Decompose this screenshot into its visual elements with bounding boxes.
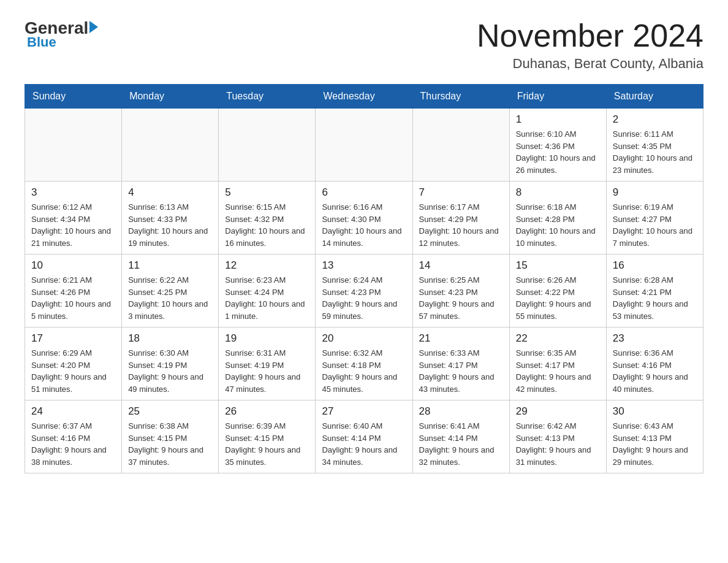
day-number: 22 — [516, 332, 600, 345]
calendar-cell: 17Sunrise: 6:29 AM Sunset: 4:20 PM Dayli… — [25, 327, 122, 400]
calendar-cell: 27Sunrise: 6:40 AM Sunset: 4:14 PM Dayli… — [316, 400, 412, 473]
day-number: 29 — [516, 405, 600, 418]
day-info: Sunrise: 6:23 AM Sunset: 4:24 PM Dayligh… — [225, 274, 309, 322]
calendar-cell — [219, 109, 316, 182]
week-row-2: 3Sunrise: 6:12 AM Sunset: 4:34 PM Daylig… — [25, 182, 703, 255]
weekday-header-friday: Friday — [509, 85, 606, 109]
calendar-cell — [316, 109, 412, 182]
day-number: 24 — [31, 405, 115, 418]
calendar-table: SundayMondayTuesdayWednesdayThursdayFrid… — [25, 84, 703, 473]
day-number: 21 — [419, 332, 503, 345]
calendar-cell: 26Sunrise: 6:39 AM Sunset: 4:15 PM Dayli… — [219, 400, 316, 473]
calendar-cell: 29Sunrise: 6:42 AM Sunset: 4:13 PM Dayli… — [509, 400, 606, 473]
calendar-cell: 13Sunrise: 6:24 AM Sunset: 4:23 PM Dayli… — [316, 255, 412, 327]
calendar-cell: 20Sunrise: 6:32 AM Sunset: 4:18 PM Dayli… — [316, 327, 412, 400]
day-info: Sunrise: 6:10 AM Sunset: 4:36 PM Dayligh… — [516, 128, 600, 176]
day-info: Sunrise: 6:19 AM Sunset: 4:27 PM Dayligh… — [613, 201, 697, 249]
day-number: 17 — [31, 332, 115, 345]
day-number: 8 — [516, 186, 600, 199]
calendar-cell: 3Sunrise: 6:12 AM Sunset: 4:34 PM Daylig… — [25, 182, 122, 255]
day-number: 4 — [128, 186, 212, 199]
weekday-header-saturday: Saturday — [606, 85, 703, 109]
day-info: Sunrise: 6:18 AM Sunset: 4:28 PM Dayligh… — [516, 201, 600, 249]
day-info: Sunrise: 6:40 AM Sunset: 4:14 PM Dayligh… — [322, 420, 406, 468]
calendar-cell: 16Sunrise: 6:28 AM Sunset: 4:21 PM Dayli… — [606, 255, 703, 327]
day-info: Sunrise: 6:29 AM Sunset: 4:20 PM Dayligh… — [31, 347, 115, 395]
day-number: 16 — [613, 259, 697, 272]
day-info: Sunrise: 6:15 AM Sunset: 4:32 PM Dayligh… — [225, 201, 309, 249]
calendar-cell — [122, 109, 219, 182]
day-number: 11 — [128, 259, 212, 272]
day-info: Sunrise: 6:32 AM Sunset: 4:18 PM Dayligh… — [322, 347, 406, 395]
day-number: 1 — [516, 113, 600, 126]
day-number: 7 — [419, 186, 503, 199]
day-info: Sunrise: 6:42 AM Sunset: 4:13 PM Dayligh… — [516, 420, 600, 468]
calendar-cell: 10Sunrise: 6:21 AM Sunset: 4:26 PM Dayli… — [25, 255, 122, 327]
day-number: 19 — [225, 332, 309, 345]
day-number: 10 — [31, 259, 115, 272]
calendar-cell: 6Sunrise: 6:16 AM Sunset: 4:30 PM Daylig… — [316, 182, 412, 255]
calendar-cell: 8Sunrise: 6:18 AM Sunset: 4:28 PM Daylig… — [509, 182, 606, 255]
calendar-cell: 23Sunrise: 6:36 AM Sunset: 4:16 PM Dayli… — [606, 327, 703, 400]
week-row-5: 24Sunrise: 6:37 AM Sunset: 4:16 PM Dayli… — [25, 400, 703, 473]
calendar-cell: 30Sunrise: 6:43 AM Sunset: 4:13 PM Dayli… — [606, 400, 703, 473]
day-info: Sunrise: 6:36 AM Sunset: 4:16 PM Dayligh… — [613, 347, 697, 395]
day-number: 30 — [613, 405, 697, 418]
day-info: Sunrise: 6:28 AM Sunset: 4:21 PM Dayligh… — [613, 274, 697, 322]
day-info: Sunrise: 6:39 AM Sunset: 4:15 PM Dayligh… — [225, 420, 309, 468]
week-row-4: 17Sunrise: 6:29 AM Sunset: 4:20 PM Dayli… — [25, 327, 703, 400]
calendar-cell: 25Sunrise: 6:38 AM Sunset: 4:15 PM Dayli… — [122, 400, 219, 473]
calendar-cell: 28Sunrise: 6:41 AM Sunset: 4:14 PM Dayli… — [412, 400, 509, 473]
calendar-cell: 24Sunrise: 6:37 AM Sunset: 4:16 PM Dayli… — [25, 400, 122, 473]
day-info: Sunrise: 6:43 AM Sunset: 4:13 PM Dayligh… — [613, 420, 697, 468]
weekday-header-row: SundayMondayTuesdayWednesdayThursdayFrid… — [25, 85, 703, 109]
day-info: Sunrise: 6:21 AM Sunset: 4:26 PM Dayligh… — [31, 274, 115, 322]
day-number: 25 — [128, 405, 212, 418]
day-info: Sunrise: 6:11 AM Sunset: 4:35 PM Dayligh… — [613, 128, 697, 176]
page-header: General Blue November 2024 Duhanas, Bera… — [25, 18, 703, 72]
weekday-header-wednesday: Wednesday — [316, 85, 412, 109]
calendar-cell: 4Sunrise: 6:13 AM Sunset: 4:33 PM Daylig… — [122, 182, 219, 255]
day-info: Sunrise: 6:35 AM Sunset: 4:17 PM Dayligh… — [516, 347, 600, 395]
day-info: Sunrise: 6:31 AM Sunset: 4:19 PM Dayligh… — [225, 347, 309, 395]
weekday-header-tuesday: Tuesday — [219, 85, 316, 109]
day-number: 9 — [613, 186, 697, 199]
day-info: Sunrise: 6:16 AM Sunset: 4:30 PM Dayligh… — [322, 201, 406, 249]
calendar-cell: 5Sunrise: 6:15 AM Sunset: 4:32 PM Daylig… — [219, 182, 316, 255]
day-info: Sunrise: 6:26 AM Sunset: 4:22 PM Dayligh… — [516, 274, 600, 322]
day-info: Sunrise: 6:13 AM Sunset: 4:33 PM Dayligh… — [128, 201, 212, 249]
calendar-cell — [25, 109, 122, 182]
day-info: Sunrise: 6:24 AM Sunset: 4:23 PM Dayligh… — [322, 274, 406, 322]
day-info: Sunrise: 6:33 AM Sunset: 4:17 PM Dayligh… — [419, 347, 503, 395]
day-number: 23 — [613, 332, 697, 345]
day-info: Sunrise: 6:38 AM Sunset: 4:15 PM Dayligh… — [128, 420, 212, 468]
calendar-cell: 14Sunrise: 6:25 AM Sunset: 4:23 PM Dayli… — [412, 255, 509, 327]
calendar-cell: 9Sunrise: 6:19 AM Sunset: 4:27 PM Daylig… — [606, 182, 703, 255]
weekday-header-sunday: Sunday — [25, 85, 122, 109]
calendar-cell: 12Sunrise: 6:23 AM Sunset: 4:24 PM Dayli… — [219, 255, 316, 327]
month-title: November 2024 — [477, 18, 703, 53]
day-number: 28 — [419, 405, 503, 418]
day-number: 15 — [516, 259, 600, 272]
day-info: Sunrise: 6:37 AM Sunset: 4:16 PM Dayligh… — [31, 420, 115, 468]
day-info: Sunrise: 6:17 AM Sunset: 4:29 PM Dayligh… — [419, 201, 503, 249]
title-area: November 2024 Duhanas, Berat County, Alb… — [477, 18, 703, 72]
calendar-cell: 18Sunrise: 6:30 AM Sunset: 4:19 PM Dayli… — [122, 327, 219, 400]
week-row-3: 10Sunrise: 6:21 AM Sunset: 4:26 PM Dayli… — [25, 255, 703, 327]
day-number: 14 — [419, 259, 503, 272]
logo: General Blue — [25, 18, 98, 50]
day-info: Sunrise: 6:22 AM Sunset: 4:25 PM Dayligh… — [128, 274, 212, 322]
calendar-cell: 7Sunrise: 6:17 AM Sunset: 4:29 PM Daylig… — [412, 182, 509, 255]
day-number: 26 — [225, 405, 309, 418]
week-row-1: 1Sunrise: 6:10 AM Sunset: 4:36 PM Daylig… — [25, 109, 703, 182]
day-number: 12 — [225, 259, 309, 272]
logo-arrow-icon — [89, 21, 98, 33]
day-info: Sunrise: 6:12 AM Sunset: 4:34 PM Dayligh… — [31, 201, 115, 249]
day-number: 3 — [31, 186, 115, 199]
day-number: 27 — [322, 405, 406, 418]
day-number: 6 — [322, 186, 406, 199]
calendar-cell: 15Sunrise: 6:26 AM Sunset: 4:22 PM Dayli… — [509, 255, 606, 327]
calendar-cell: 19Sunrise: 6:31 AM Sunset: 4:19 PM Dayli… — [219, 327, 316, 400]
day-info: Sunrise: 6:41 AM Sunset: 4:14 PM Dayligh… — [419, 420, 503, 468]
day-info: Sunrise: 6:25 AM Sunset: 4:23 PM Dayligh… — [419, 274, 503, 322]
